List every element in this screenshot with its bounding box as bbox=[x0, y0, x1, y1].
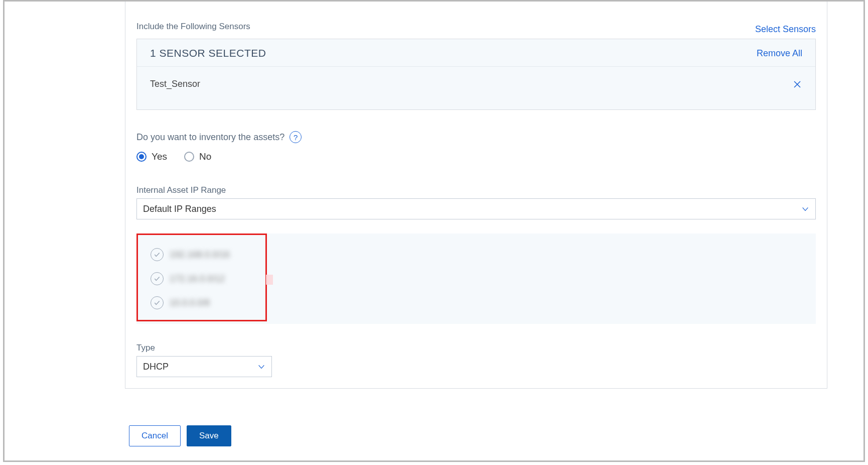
close-icon bbox=[793, 80, 802, 89]
cancel-button[interactable]: Cancel bbox=[129, 425, 181, 446]
sensor-selected-count: 1 SENSOR SELECTED bbox=[150, 47, 266, 59]
ip-range-value: 192.168.0.0/16 bbox=[170, 250, 230, 260]
inventory-radio-group: Yes No bbox=[136, 151, 816, 162]
radio-yes-inner bbox=[139, 154, 144, 159]
save-button[interactable]: Save bbox=[187, 425, 231, 446]
ip-range-value: 10.0.0.0/8 bbox=[170, 298, 210, 308]
radio-yes[interactable]: Yes bbox=[136, 151, 167, 162]
sensor-row: Test_Sensor bbox=[137, 67, 815, 109]
form-panel: Include the Following Sensors Select Sen… bbox=[125, 2, 827, 389]
type-select[interactable]: DHCP bbox=[136, 356, 272, 377]
radio-no[interactable]: No bbox=[184, 151, 211, 162]
radio-yes-label: Yes bbox=[152, 151, 167, 162]
remove-all-link[interactable]: Remove All bbox=[757, 48, 802, 59]
sensors-section-label: Include the Following Sensors bbox=[136, 22, 250, 32]
radio-no-outer bbox=[184, 152, 194, 162]
ip-range-value: 172.16.0.0/12 bbox=[170, 274, 225, 284]
annotation-marker bbox=[266, 275, 273, 285]
sensor-box-header: 1 SENSOR SELECTED Remove All bbox=[137, 39, 815, 67]
footer-actions: Cancel Save bbox=[129, 425, 231, 446]
chevron-down-icon bbox=[257, 363, 265, 371]
page-frame: Include the Following Sensors Select Sen… bbox=[3, 0, 865, 462]
ip-range-label: Internal Asset IP Range bbox=[136, 185, 816, 195]
help-icon[interactable]: ? bbox=[290, 131, 302, 143]
type-label: Type bbox=[136, 343, 816, 353]
ip-range-item[interactable]: 192.168.0.0/16 bbox=[136, 243, 816, 267]
check-circle-icon bbox=[151, 296, 164, 309]
check-circle-icon bbox=[151, 272, 164, 285]
inventory-question-label: Do you want to inventory the assets? bbox=[136, 132, 284, 143]
ip-range-select[interactable]: Default IP Ranges bbox=[136, 198, 816, 219]
sensors-header-row: Include the Following Sensors Select Sen… bbox=[136, 13, 816, 35]
remove-sensor-button[interactable] bbox=[792, 79, 802, 89]
ip-range-item[interactable]: 10.0.0.0/8 bbox=[136, 291, 816, 315]
select-sensors-link[interactable]: Select Sensors bbox=[755, 24, 816, 35]
ip-list-panel: 192.168.0.0/16 172.16.0.0/12 10.0.0.0/8 bbox=[136, 234, 816, 324]
sensor-selection-box: 1 SENSOR SELECTED Remove All Test_Sensor bbox=[136, 39, 816, 110]
type-selected-value: DHCP bbox=[143, 362, 169, 372]
ip-range-item[interactable]: 172.16.0.0/12 bbox=[136, 267, 816, 291]
check-circle-icon bbox=[151, 248, 164, 261]
radio-no-label: No bbox=[199, 151, 211, 162]
sensor-name: Test_Sensor bbox=[150, 79, 200, 89]
chevron-down-icon bbox=[801, 205, 809, 213]
ip-range-selected-value: Default IP Ranges bbox=[143, 204, 216, 214]
inventory-question-row: Do you want to inventory the assets? ? bbox=[136, 131, 816, 143]
radio-yes-outer bbox=[136, 152, 147, 162]
